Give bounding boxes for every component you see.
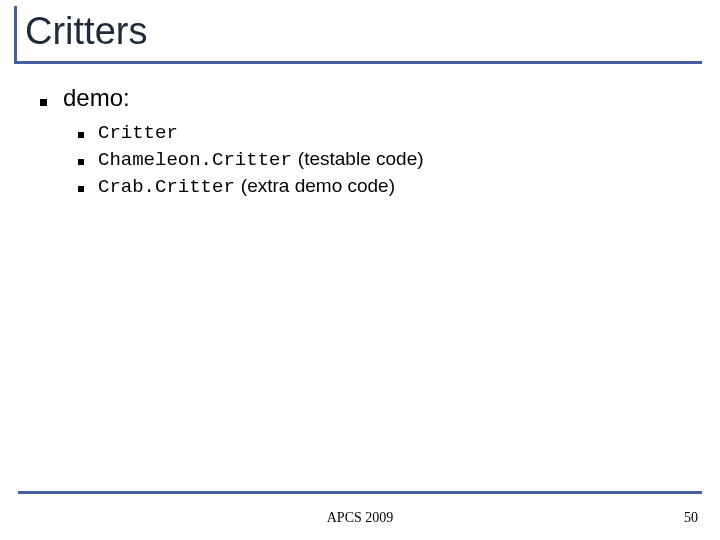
list-item: Crab.Critter (extra demo code): [78, 175, 680, 198]
list-item: Critter: [78, 122, 680, 144]
bullet-level1: demo:: [40, 84, 680, 112]
title-container: Critters: [14, 6, 702, 64]
code-text: Chameleon.Critter: [98, 149, 292, 171]
divider: [18, 491, 702, 494]
bullet-square-icon: [78, 159, 84, 165]
note-text: (extra demo code): [241, 175, 395, 197]
bullet-square-icon: [78, 186, 84, 192]
list-item: Chameleon.Critter (testable code): [78, 148, 680, 171]
code-text: Critter: [98, 122, 178, 144]
code-text: Crab.Critter: [98, 176, 235, 198]
sublist: Critter Chameleon.Critter (testable code…: [78, 122, 680, 198]
level1-text: demo:: [63, 84, 130, 112]
footer-text: APCS 2009: [0, 510, 720, 526]
page-number: 50: [684, 510, 698, 526]
content-area: demo: Critter Chameleon.Critter (testabl…: [40, 84, 680, 202]
bullet-square-icon: [78, 132, 84, 138]
slide: Critters demo: Critter Chameleon.Critter…: [0, 0, 720, 540]
bullet-square-icon: [40, 99, 47, 106]
slide-title: Critters: [25, 10, 702, 53]
note-text: (testable code): [298, 148, 424, 170]
